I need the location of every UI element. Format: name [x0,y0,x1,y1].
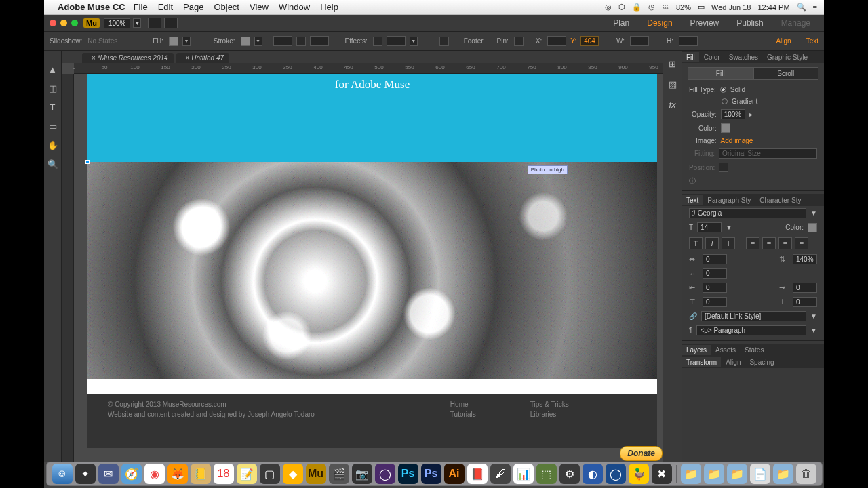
hand-tool[interactable]: ✋ [47,139,59,151]
fill-color-swatch[interactable] [721,123,730,133]
w-field[interactable] [630,36,649,46]
effects-icon[interactable] [373,37,382,46]
indent-left[interactable]: 0 [703,283,727,293]
tab-states[interactable]: States [741,345,768,355]
fontsize-dropdown[interactable]: ▼ [726,224,732,231]
dock-dashboard[interactable]: ✦ [75,464,96,484]
underline-button[interactable]: T [722,237,735,249]
dock-folder1[interactable]: 📁 [681,464,701,484]
white-strip[interactable] [87,379,657,394]
leading-field[interactable]: 140% [793,254,817,264]
anchor-icon[interactable] [439,37,449,46]
fontsize-field[interactable]: 14 [697,222,722,232]
y-field[interactable]: 404 [580,36,599,46]
dock-mail[interactable]: ✉ [98,464,119,484]
add-image-link[interactable]: Add image [721,137,753,144]
doc-tab-2[interactable]: × Untitled 47 [176,53,229,63]
align-right-button[interactable]: ≡ [778,237,792,249]
sync-icon[interactable]: ◎ [605,3,612,12]
dock-app2[interactable]: ⚙ [559,464,580,484]
dropbox-icon[interactable]: ⬡ [618,3,625,12]
subtab-fill[interactable]: Fill [688,67,753,80]
wifi-icon[interactable]: ᯾ [662,3,669,12]
dock-folder2[interactable]: 📁 [704,464,724,484]
subtab-scroll[interactable]: Scroll [753,67,819,80]
layout-icon-1[interactable] [148,18,161,28]
zoom-tool[interactable]: 🔍 [47,158,59,170]
tab-swatches[interactable]: Swatches [725,52,762,62]
widget-tag[interactable]: Photo on high [528,165,568,174]
tab-charstyle[interactable]: Character Sty [755,195,805,205]
align-panel-icon[interactable]: ⊞ [667,58,679,70]
fill-dropdown[interactable]: ▼ [182,37,191,46]
dock-folder3[interactable]: 📁 [727,464,747,484]
doc-tab-1[interactable]: × *Muse Resources 2014 [82,53,174,63]
mode-plan[interactable]: Plan [613,18,629,28]
tracking-field[interactable]: 0 [703,268,727,279]
tab-parastyle[interactable]: Paragraph Sty [703,195,755,205]
menu-file[interactable]: File [134,2,148,12]
zoom-dropdown[interactable]: ▼ [133,18,141,28]
mode-design[interactable]: Design [647,18,672,28]
radio-gradient[interactable] [722,98,728,104]
footer-link-tutorials[interactable]: Tutorials [450,411,476,418]
fx-panel-icon[interactable]: fx [667,98,679,110]
fitting-field[interactable]: Original Size [719,148,817,159]
dock-app1[interactable]: ⬚ [536,464,557,484]
dock-notes[interactable]: 📝 [237,464,257,484]
footer-link-tips[interactable]: Tips & Tricks [530,401,569,408]
kerning-field[interactable]: 0 [703,254,727,264]
dock-doc[interactable]: 📄 [750,464,770,484]
font-field[interactable]: ℐ Georgia [689,208,806,218]
corners-icon[interactable] [296,37,306,46]
space-after[interactable]: 0 [793,297,817,307]
spotlight-icon[interactable]: 🔍 [797,3,806,12]
footer-label[interactable]: Footer [464,37,484,45]
notifications-icon[interactable]: ≡ [813,3,817,12]
corner-val[interactable] [310,36,329,46]
pin-grid[interactable] [514,37,524,46]
stroke-weight[interactable] [273,36,292,46]
tab-assets[interactable]: Assets [711,345,740,355]
radio-solid[interactable] [720,87,726,93]
stroke-dropdown[interactable]: ▼ [254,37,262,46]
dock-app5[interactable]: ✖ [652,464,672,484]
h-field[interactable] [679,36,698,46]
dock-firefox[interactable]: 🦊 [167,464,188,484]
dock-chrome[interactable]: ◉ [144,464,165,484]
dock-trash[interactable]: 🗑 [796,464,816,484]
menu-edit[interactable]: Edit [158,2,173,12]
canvas[interactable]: for Adobe Muse © Copyright 2013 MuseReso… [74,74,663,462]
lock-icon[interactable]: 🔒 [632,3,642,12]
position-grid[interactable] [719,163,728,172]
align-justify-button[interactable]: ≡ [795,237,808,249]
footer-link-libraries[interactable]: Libraries [530,411,569,418]
opacity-field[interactable]: 100% [721,109,745,119]
rectangle-tool[interactable]: ▭ [47,120,59,132]
dock-downloads[interactable]: 📁 [773,464,793,484]
dock-brush[interactable]: 🖌 [490,464,511,484]
dock-finder[interactable]: ☺ [52,464,73,484]
dock-sketch[interactable]: ◆ [283,464,303,484]
tab-text[interactable]: Text [682,195,703,205]
menu-view[interactable]: View [250,2,269,12]
effects-dropdown[interactable]: ▼ [410,37,418,46]
align-link[interactable]: Align [776,37,791,45]
opacity-val[interactable] [387,36,406,46]
photo-section[interactable] [87,162,657,379]
dock-chart[interactable]: 📊 [513,464,534,484]
opacity-arrow[interactable]: ▸ [749,110,753,118]
tab-layers[interactable]: Layers [682,345,711,355]
dock-reader[interactable]: 📕 [467,464,488,484]
tab-align[interactable]: Align [722,357,745,367]
fill-swatch[interactable] [169,37,178,46]
menu-object[interactable]: Object [214,2,239,12]
text-color-swatch[interactable] [808,223,817,232]
footer-link-home[interactable]: Home [450,401,476,408]
donate-button[interactable]: Donate [620,446,663,461]
hero-section[interactable]: for Adobe Muse [87,74,657,162]
dock-contacts[interactable]: 📒 [191,464,211,484]
zoom-field[interactable]: 100% [104,18,131,28]
dock-app4[interactable]: ◯ [606,464,626,484]
menu-help[interactable]: Help [320,2,338,12]
